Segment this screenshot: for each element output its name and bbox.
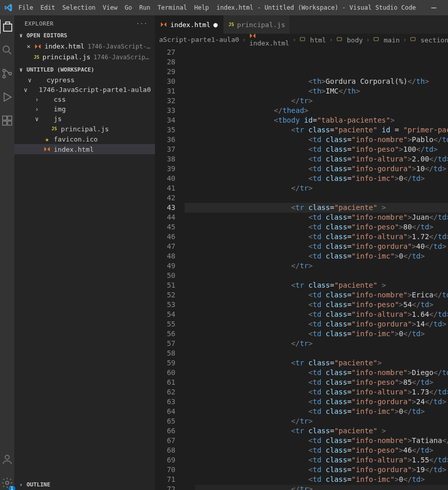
breadcrumb-item[interactable]: aScript-parte1-aula0 <box>159 36 239 43</box>
menu-edit[interactable]: Edit <box>40 4 55 11</box>
open-editor-filename: index.html <box>44 42 84 50</box>
svg-rect-10 <box>301 37 305 41</box>
explorer-icon[interactable] <box>0 19 14 34</box>
workspace-label: UNTITLED (WORKSPACE) <box>27 66 94 73</box>
js-file-icon: JS <box>34 55 39 60</box>
svg-point-9 <box>6 481 9 484</box>
tag-icon <box>410 36 416 42</box>
chevron-down-icon: ∨ <box>33 115 40 123</box>
menu-run[interactable]: Run <box>139 4 150 11</box>
tag-icon <box>336 36 343 42</box>
file-row[interactable]: JSprincipal.js <box>14 124 155 134</box>
breadcrumb-item[interactable]: index.html <box>249 34 289 46</box>
menu-bar: File Edit Selection View Go Run Terminal… <box>18 4 209 11</box>
minimize-button[interactable]: ─ <box>423 3 444 13</box>
chevron-down-icon: ∨ <box>17 32 25 39</box>
folder-row[interactable]: ›css <box>14 95 155 104</box>
breadcrumb-item[interactable]: html <box>299 36 326 44</box>
chevron-right-icon: › <box>17 481 25 488</box>
chevron-right-icon: › <box>33 106 40 113</box>
blank-icon <box>33 135 40 143</box>
workspace-section[interactable]: ∨ UNTITLED (WORKSPACE) <box>14 64 155 75</box>
manage-badge: 1 <box>9 486 15 490</box>
html-file-icon <box>34 43 41 50</box>
source-control-icon[interactable] <box>0 66 14 81</box>
blank-icon <box>40 125 48 132</box>
folder-row[interactable]: ∨cypress <box>14 75 155 85</box>
breadcrumb-item[interactable]: section.container <box>410 36 448 44</box>
dirty-dot-icon: ● <box>213 20 217 29</box>
svg-point-3 <box>9 73 12 75</box>
open-editor-item[interactable]: ×index.html 1746-JavaScript-parte1-a... <box>14 41 155 52</box>
tree-item-label: favicon.ico <box>54 135 98 143</box>
breadcrumb-label: html <box>306 36 326 44</box>
close-icon[interactable]: × <box>27 42 31 50</box>
outline-label: OUTLINE <box>27 481 50 488</box>
html-file-icon <box>249 34 289 39</box>
menu-go[interactable]: Go <box>125 4 132 11</box>
chevron-right-icon: › <box>33 96 40 103</box>
file-row[interactable]: index.html <box>14 144 155 154</box>
tag-icon <box>299 36 306 42</box>
open-editor-item[interactable]: JSprincipal.js 1746-JavaScript-parte1-a.… <box>14 52 155 62</box>
open-editor-path: 1746-JavaScript-parte1-a... <box>87 43 151 50</box>
breadcrumb-label: index.html <box>249 39 289 46</box>
svg-point-0 <box>3 46 9 52</box>
menu-selection[interactable]: Selection <box>62 4 96 11</box>
svg-point-2 <box>3 76 6 78</box>
file-row[interactable]: ★favicon.ico <box>14 134 155 144</box>
chevron-down-icon: ∨ <box>17 66 25 73</box>
js-file-icon: JS <box>50 125 58 133</box>
tree-item-label: js <box>54 115 62 123</box>
svg-point-1 <box>3 69 6 72</box>
js-file-icon: JS <box>229 22 234 27</box>
tab-label: principal.js <box>237 21 285 29</box>
breadcrumb-label: main <box>379 36 399 44</box>
open-editor-filename: principal.js <box>42 53 91 61</box>
folder-row[interactable]: ∨1746-JavaScript-parte1-aula0 <box>14 85 155 95</box>
code-editor[interactable]: <th>Gordura Corporal(%)</th> <th>IMC</th… <box>185 46 448 490</box>
chevron-right-icon: › <box>365 36 371 43</box>
menu-help[interactable]: Help <box>194 4 209 11</box>
outline-section[interactable]: › OUTLINE <box>14 479 155 490</box>
blank-icon <box>33 146 40 153</box>
editor-group: index.html●JSprincipal.js aScript-parte1… <box>155 15 448 490</box>
tab-bar: index.html●JSprincipal.js <box>155 15 448 34</box>
menu-file[interactable]: File <box>18 4 33 11</box>
breadcrumb-label: body <box>343 36 363 44</box>
explorer-actions-icon[interactable]: ··· <box>136 20 148 27</box>
editor-tab[interactable]: index.html● <box>155 15 223 34</box>
breadcrumbs[interactable]: aScript-parte1-aula0› index.html› html› … <box>155 34 448 46</box>
svg-point-8 <box>5 455 9 459</box>
window-title: index.html - Untitled (Workspace) - Visu… <box>209 4 423 11</box>
search-icon[interactable] <box>0 43 14 57</box>
svg-rect-11 <box>338 37 342 41</box>
html-file-icon <box>160 21 167 28</box>
svg-rect-6 <box>8 121 12 125</box>
chevron-down-icon: ∨ <box>23 86 28 94</box>
chevron-right-icon: › <box>241 36 248 43</box>
menu-view[interactable]: View <box>103 4 118 11</box>
breadcrumb-item[interactable]: body <box>336 36 363 44</box>
accounts-icon[interactable] <box>0 452 14 466</box>
explorer-sidebar: EXPLORER ··· ∨ OPEN EDITORS ×index.html … <box>14 15 155 490</box>
file-tree: ∨cypress∨1746-JavaScript-parte1-aula0›cs… <box>14 75 155 154</box>
svg-rect-13 <box>411 37 416 41</box>
editor-tab[interactable]: JSprincipal.js <box>223 15 291 34</box>
activity-bar: 1 <box>0 15 14 490</box>
html-file-icon <box>43 145 51 153</box>
folder-row[interactable]: ›img <box>14 104 155 114</box>
breadcrumb-item[interactable]: main <box>373 36 399 44</box>
svg-rect-12 <box>374 37 379 41</box>
run-debug-icon[interactable] <box>0 90 14 104</box>
tree-item-label: cypress <box>47 76 75 84</box>
open-editor-path: 1746-JavaScript-parte1-a... <box>94 54 151 61</box>
explorer-title: EXPLORER <box>25 20 54 27</box>
favicon-icon: ★ <box>43 135 51 143</box>
extensions-icon[interactable] <box>0 113 14 128</box>
menu-terminal[interactable]: Terminal <box>158 4 187 11</box>
open-editors-section[interactable]: ∨ OPEN EDITORS <box>14 30 155 41</box>
folder-row[interactable]: ∨js <box>14 114 155 124</box>
tree-item-label: principal.js <box>61 125 109 133</box>
manage-gear-icon[interactable]: 1 <box>0 476 14 490</box>
